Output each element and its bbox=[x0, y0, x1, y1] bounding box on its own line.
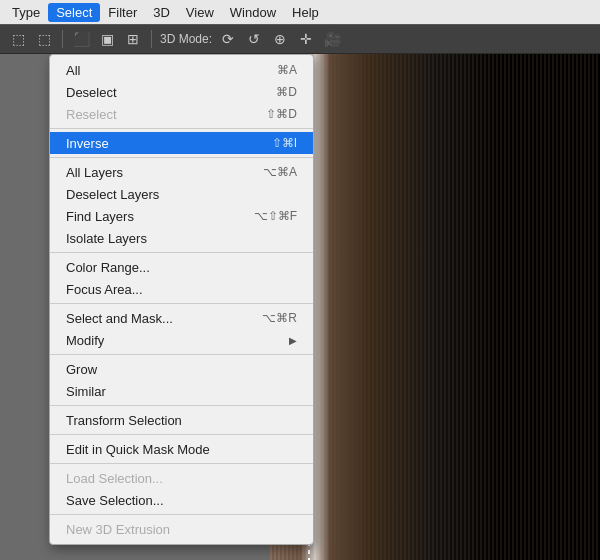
menu-item-deselect[interactable]: Deselect ⌘D bbox=[50, 81, 313, 103]
toolbar-sep-2 bbox=[151, 30, 152, 48]
menu-filter[interactable]: Filter bbox=[100, 3, 145, 22]
canvas-area: All ⌘A Deselect ⌘D Reselect ⇧⌘D Inverse … bbox=[0, 54, 600, 560]
toolbar-icon-5[interactable]: ⊞ bbox=[123, 29, 143, 49]
menu-item-similar[interactable]: Similar bbox=[50, 380, 313, 402]
menu-item-select-mask-label: Select and Mask... bbox=[66, 311, 173, 326]
menu-item-isolate-layers-label: Isolate Layers bbox=[66, 231, 147, 246]
menu-item-transform-selection[interactable]: Transform Selection bbox=[50, 409, 313, 431]
menu-item-inverse-label: Inverse bbox=[66, 136, 109, 151]
menu-item-modify-arrow: ▶ bbox=[289, 335, 297, 346]
menu-item-modify[interactable]: Modify ▶ bbox=[50, 329, 313, 351]
menu-item-inverse[interactable]: Inverse ⇧⌘I bbox=[50, 132, 313, 154]
menu-item-find-layers[interactable]: Find Layers ⌥⇧⌘F bbox=[50, 205, 313, 227]
menu-3d[interactable]: 3D bbox=[145, 3, 178, 22]
toolbar-3d-icon-3[interactable]: ⊕ bbox=[270, 29, 290, 49]
menu-sep-1 bbox=[50, 128, 313, 129]
menu-item-all-layers-label: All Layers bbox=[66, 165, 123, 180]
menu-item-focus-area[interactable]: Focus Area... bbox=[50, 278, 313, 300]
menu-item-find-layers-shortcut: ⌥⇧⌘F bbox=[254, 209, 297, 223]
menu-item-all-layers[interactable]: All Layers ⌥⌘A bbox=[50, 161, 313, 183]
menu-item-edit-quick-mask[interactable]: Edit in Quick Mask Mode bbox=[50, 438, 313, 460]
menu-window[interactable]: Window bbox=[222, 3, 284, 22]
toolbar-3d-icon-4[interactable]: ✛ bbox=[296, 29, 316, 49]
menu-item-similar-label: Similar bbox=[66, 384, 106, 399]
toolbar-3d-icon-2[interactable]: ↺ bbox=[244, 29, 264, 49]
toolbar: ⬚ ⬚ ⬛ ▣ ⊞ 3D Mode: ⟳ ↺ ⊕ ✛ 🎥 bbox=[0, 24, 600, 54]
menu-item-reselect: Reselect ⇧⌘D bbox=[50, 103, 313, 125]
toolbar-icon-2[interactable]: ⬚ bbox=[34, 29, 54, 49]
menu-item-focus-area-label: Focus Area... bbox=[66, 282, 143, 297]
toolbar-sep-1 bbox=[62, 30, 63, 48]
menu-item-isolate-layers[interactable]: Isolate Layers bbox=[50, 227, 313, 249]
menu-item-deselect-layers-label: Deselect Layers bbox=[66, 187, 159, 202]
menu-item-deselect-label: Deselect bbox=[66, 85, 117, 100]
menu-item-select-mask[interactable]: Select and Mask... ⌥⌘R bbox=[50, 307, 313, 329]
menu-type[interactable]: Type bbox=[4, 3, 48, 22]
toolbar-icon-4[interactable]: ▣ bbox=[97, 29, 117, 49]
menu-item-modify-label: Modify bbox=[66, 333, 104, 348]
menu-item-new-3d-extrusion: New 3D Extrusion bbox=[50, 518, 313, 540]
menu-sep-6 bbox=[50, 405, 313, 406]
menu-item-grow[interactable]: Grow bbox=[50, 358, 313, 380]
menu-item-save-selection-label: Save Selection... bbox=[66, 493, 164, 508]
menu-item-new-3d-extrusion-label: New 3D Extrusion bbox=[66, 522, 170, 537]
menu-sep-7 bbox=[50, 434, 313, 435]
toolbar-icon-3[interactable]: ⬛ bbox=[71, 29, 91, 49]
menu-item-transform-selection-label: Transform Selection bbox=[66, 413, 182, 428]
menu-item-save-selection[interactable]: Save Selection... bbox=[50, 489, 313, 511]
menu-item-color-range-label: Color Range... bbox=[66, 260, 150, 275]
menu-sep-9 bbox=[50, 514, 313, 515]
menu-item-all-shortcut: ⌘A bbox=[277, 63, 297, 77]
menu-item-reselect-label: Reselect bbox=[66, 107, 117, 122]
menu-item-all-layers-shortcut: ⌥⌘A bbox=[263, 165, 297, 179]
toolbar-3d-icon-1[interactable]: ⟳ bbox=[218, 29, 238, 49]
menu-item-find-layers-label: Find Layers bbox=[66, 209, 134, 224]
toolbar-icon-1[interactable]: ⬚ bbox=[8, 29, 28, 49]
menu-item-all[interactable]: All ⌘A bbox=[50, 59, 313, 81]
menu-item-reselect-shortcut: ⇧⌘D bbox=[266, 107, 297, 121]
menu-sep-8 bbox=[50, 463, 313, 464]
menu-item-color-range[interactable]: Color Range... bbox=[50, 256, 313, 278]
menu-item-grow-label: Grow bbox=[66, 362, 97, 377]
menu-item-all-label: All bbox=[66, 63, 80, 78]
menu-item-deselect-shortcut: ⌘D bbox=[276, 85, 297, 99]
menu-item-load-selection-label: Load Selection... bbox=[66, 471, 163, 486]
menu-sep-3 bbox=[50, 252, 313, 253]
menu-view[interactable]: View bbox=[178, 3, 222, 22]
toolbar-3d-label: 3D Mode: bbox=[160, 32, 212, 46]
select-menu-dropdown: All ⌘A Deselect ⌘D Reselect ⇧⌘D Inverse … bbox=[49, 54, 314, 545]
menu-item-edit-quick-mask-label: Edit in Quick Mask Mode bbox=[66, 442, 210, 457]
menu-sep-4 bbox=[50, 303, 313, 304]
menu-item-deselect-layers[interactable]: Deselect Layers bbox=[50, 183, 313, 205]
menu-sep-5 bbox=[50, 354, 313, 355]
menu-item-load-selection: Load Selection... bbox=[50, 467, 313, 489]
menu-sep-2 bbox=[50, 157, 313, 158]
canvas-image bbox=[270, 54, 600, 560]
menubar: Type Select Filter 3D View Window Help bbox=[0, 0, 600, 24]
menu-select[interactable]: Select bbox=[48, 3, 100, 22]
menu-item-select-mask-shortcut: ⌥⌘R bbox=[262, 311, 297, 325]
menu-item-inverse-shortcut: ⇧⌘I bbox=[272, 136, 297, 150]
menu-help[interactable]: Help bbox=[284, 3, 327, 22]
toolbar-3d-icon-5[interactable]: 🎥 bbox=[322, 29, 342, 49]
